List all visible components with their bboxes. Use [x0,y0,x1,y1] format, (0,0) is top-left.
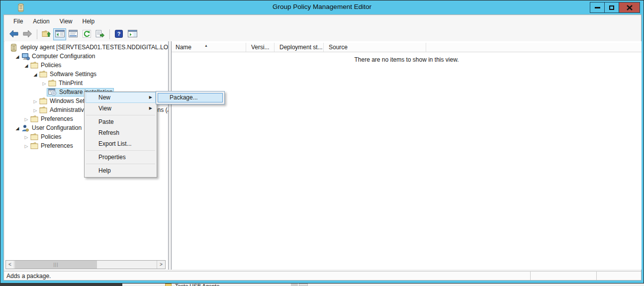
tree-item-label: ThinPrint [59,79,83,88]
properties-window-icon [69,30,78,39]
software-installation-icon [48,89,57,96]
status-bar: Adds a package. [4,271,641,280]
menu-view[interactable]: View [55,16,78,27]
menu-separator [86,164,155,164]
context-menu-item-new[interactable]: New▶ [86,92,156,103]
export-list-button[interactable] [93,28,106,40]
menu-item-label: View [98,105,111,112]
minimize-button[interactable] [590,2,605,13]
export-list-icon [95,30,104,39]
folder-icon [165,284,172,286]
underlying-window-text: Teste USB Agente [175,284,219,286]
expand-arrow-icon[interactable]: ▷ [32,97,38,106]
tree-item-thinprint[interactable]: ▷ThinPrint [4,79,168,88]
column-header-source[interactable]: Source [326,43,426,52]
collapse-arrow-icon[interactable]: ◢ [14,124,20,133]
tree-item-label: Preferences [41,115,73,123]
status-divider [596,272,597,280]
column-header-name[interactable]: Name [173,43,246,52]
tree-item-policies[interactable]: ◢Policies [4,61,168,70]
help-button[interactable]: ? [112,28,125,40]
maximize-icon [609,5,614,10]
context-menu: New▶View▶PasteRefreshExport List...Prope… [84,92,157,178]
tree-item-label: Software Settings [50,70,96,79]
show-action-pane-icon [128,30,137,39]
context-menu-item-help[interactable]: Help [86,165,156,176]
title-bar[interactable]: Group Policy Management Editor [0,0,644,14]
context-menu-item-refresh[interactable]: Refresh [86,127,156,138]
menu-file[interactable]: File [8,16,28,27]
window-title: Group Policy Management Editor [0,3,644,10]
tree-item-label: Policies [41,133,61,141]
status-text: Adds a package. [6,272,51,280]
maximize-button[interactable] [604,2,619,13]
menu-action[interactable]: Action [28,16,54,27]
menu-item-label: Paste [98,118,114,125]
tree-item-label: deploy agent [SERVTESAD01.TESTES.NDDIGIT… [20,43,169,52]
toolbar-separator [37,29,37,39]
context-menu-item-view[interactable]: View▶ [86,103,156,114]
refresh-icon [83,30,91,39]
collapse-arrow-icon[interactable]: ◢ [23,62,29,70]
toolbar-separator [109,29,110,39]
scrollbar-grip-icon: ||| [53,263,58,267]
forward-arrow-button[interactable] [21,28,34,40]
menu-help[interactable]: Help [78,16,100,27]
list-view-pane[interactable]: Name▲Versi...Deployment st...Source Ther… [171,41,642,270]
properties-window-button[interactable] [67,28,80,40]
submenu-arrow-icon: ▶ [149,92,152,103]
tree-item-label: Computer Configuration [32,52,95,61]
show-action-pane-button[interactable] [126,28,139,40]
tree-item-label: Preferences [41,142,73,150]
menu-item-label: Refresh [98,129,119,136]
back-arrow-button[interactable] [7,28,20,40]
scroll-right-arrow[interactable]: > [157,261,165,269]
expand-arrow-icon[interactable]: ▷ [41,80,47,88]
column-header-versi[interactable]: Versi... [248,43,275,52]
context-menu-item-export-list[interactable]: Export List... [86,138,156,149]
underlying-scrollbar-fragment [299,284,308,286]
tree-item-software-settings[interactable]: ◢Software Settings [4,70,168,79]
menu-separator [86,150,155,151]
context-menu-item-paste[interactable]: Paste [86,116,156,127]
empty-list-message: There are no items to show in this view. [172,56,642,63]
expand-arrow-icon[interactable]: ▷ [32,106,38,115]
list-view-header: Name▲Versi...Deployment st...Source [172,43,642,52]
context-menu-item-properties[interactable]: Properties [86,152,156,163]
show-console-tree-icon [55,30,65,39]
collapse-arrow-icon[interactable]: ◢ [14,53,20,61]
window-controls [590,2,640,13]
minimize-icon [595,7,600,8]
show-console-tree-button[interactable] [53,28,66,40]
menu-separator [86,115,155,115]
sort-ascending-icon: ▲ [204,44,208,47]
gpme-window: Group Policy Management Editor FileActio… [0,0,644,284]
expand-arrow-icon[interactable]: ▷ [23,142,29,151]
menu-bar: FileActionViewHelp [4,16,641,27]
column-header-deployment-st[interactable]: Deployment st... [276,43,324,52]
menu-item-label: New [98,94,110,101]
collapse-arrow-icon[interactable]: ◢ [32,71,38,79]
tree-horizontal-scrollbar[interactable]: < ||| > [5,260,166,269]
close-button[interactable] [619,2,640,13]
forward-arrow-icon [22,30,32,39]
submenu-item-package[interactable]: Package... [158,93,223,102]
scroll-left-arrow[interactable]: < [6,261,14,269]
scrollbar-thumb[interactable]: ||| [15,261,97,269]
tree-item-computer-configuration[interactable]: ◢Computer Configuration [4,52,168,61]
status-divider [530,272,531,280]
refresh-button[interactable] [80,28,93,40]
tree-item-label: Policies [41,61,61,70]
close-icon [627,5,633,10]
help-icon: ? [115,30,123,39]
up-one-level-button[interactable] [40,28,53,40]
underlying-scrollbar-fragment [291,284,298,286]
menu-item-label: Export List... [98,140,132,147]
expand-arrow-icon[interactable]: ▷ [23,133,29,142]
menu-item-label: Properties [98,154,126,161]
tree-item-label: User Configuration [32,124,82,132]
context-submenu: Package... [156,91,225,104]
toolbar: ? [4,27,641,42]
tree-item-deploy-agent-servtesad01-teste[interactable]: deploy agent [SERVTESAD01.TESTES.NDDIGIT… [4,43,168,52]
expand-arrow-icon[interactable]: ▷ [23,115,29,124]
